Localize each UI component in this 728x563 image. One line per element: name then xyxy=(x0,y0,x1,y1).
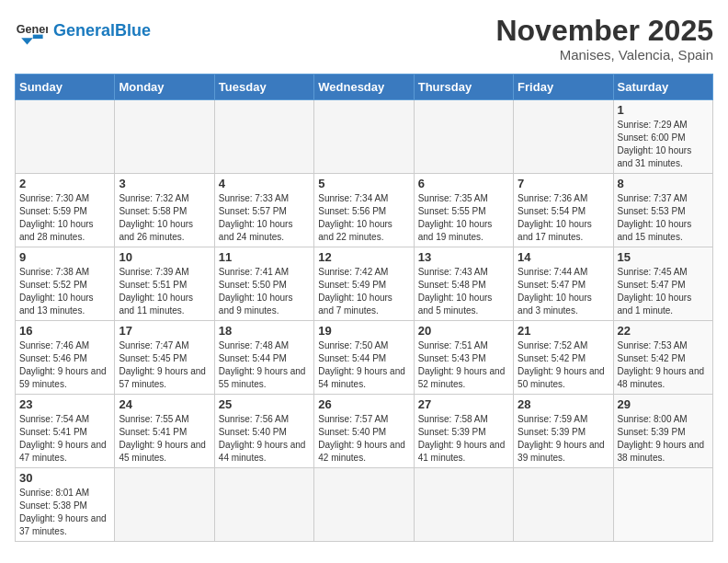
calendar-day-cell xyxy=(16,100,115,174)
day-number: 29 xyxy=(618,397,709,411)
day-number: 12 xyxy=(318,250,409,264)
day-number: 3 xyxy=(119,177,210,190)
day-info: Sunrise: 8:01 AM Sunset: 5:38 PM Dayligh… xyxy=(19,487,110,538)
calendar-day-cell: 15Sunrise: 7:45 AM Sunset: 5:47 PM Dayli… xyxy=(613,247,712,321)
calendar-day-cell: 13Sunrise: 7:43 AM Sunset: 5:48 PM Dayli… xyxy=(414,247,513,321)
calendar-week-row: 30Sunrise: 8:01 AM Sunset: 5:38 PM Dayli… xyxy=(16,468,713,542)
month-title: November 2025 xyxy=(495,15,713,47)
day-number: 26 xyxy=(318,397,409,411)
day-number: 11 xyxy=(219,250,310,264)
day-info: Sunrise: 7:39 AM Sunset: 5:51 PM Dayligh… xyxy=(119,266,210,317)
calendar: SundayMondayTuesdayWednesdayThursdayFrid… xyxy=(15,74,713,542)
calendar-day-cell: 9Sunrise: 7:38 AM Sunset: 5:52 PM Daylig… xyxy=(16,247,115,321)
calendar-day-cell: 6Sunrise: 7:35 AM Sunset: 5:55 PM Daylig… xyxy=(414,174,513,247)
day-info: Sunrise: 7:44 AM Sunset: 5:47 PM Dayligh… xyxy=(518,266,609,317)
day-info: Sunrise: 7:55 AM Sunset: 5:41 PM Dayligh… xyxy=(119,413,210,465)
calendar-day-cell: 17Sunrise: 7:47 AM Sunset: 5:45 PM Dayli… xyxy=(115,321,214,395)
calendar-day-cell: 7Sunrise: 7:36 AM Sunset: 5:54 PM Daylig… xyxy=(514,174,613,247)
day-info: Sunrise: 8:00 AM Sunset: 5:39 PM Dayligh… xyxy=(618,413,709,465)
calendar-day-cell: 2Sunrise: 7:30 AM Sunset: 5:59 PM Daylig… xyxy=(16,174,115,247)
page-header: General GeneralBlue November 2025 Manise… xyxy=(15,15,713,63)
calendar-day-cell: 4Sunrise: 7:33 AM Sunset: 5:57 PM Daylig… xyxy=(214,174,313,247)
calendar-week-row: 23Sunrise: 7:54 AM Sunset: 5:41 PM Dayli… xyxy=(16,395,713,468)
logo-text: GeneralBlue xyxy=(53,22,151,40)
calendar-day-cell: 19Sunrise: 7:50 AM Sunset: 5:44 PM Dayli… xyxy=(314,321,414,395)
calendar-header: SundayMondayTuesdayWednesdayThursdayFrid… xyxy=(16,75,713,100)
day-info: Sunrise: 7:45 AM Sunset: 5:47 PM Dayligh… xyxy=(618,266,709,317)
svg-text:General: General xyxy=(17,23,48,36)
day-of-week-header: Sunday xyxy=(16,75,115,100)
logo-icon: General xyxy=(15,15,48,48)
day-number: 28 xyxy=(518,397,609,411)
location-title: Manises, Valencia, Spain xyxy=(495,47,713,63)
day-number: 7 xyxy=(518,177,609,190)
calendar-day-cell xyxy=(214,100,313,174)
logo-blue: Blue xyxy=(115,21,151,40)
day-info: Sunrise: 7:52 AM Sunset: 5:42 PM Dayligh… xyxy=(518,339,609,391)
calendar-day-cell: 25Sunrise: 7:56 AM Sunset: 5:40 PM Dayli… xyxy=(214,395,313,468)
day-number: 6 xyxy=(418,177,509,190)
day-of-week-header: Tuesday xyxy=(214,75,313,100)
day-number: 25 xyxy=(219,397,310,411)
day-info: Sunrise: 7:59 AM Sunset: 5:39 PM Dayligh… xyxy=(518,413,609,465)
day-info: Sunrise: 7:57 AM Sunset: 5:40 PM Dayligh… xyxy=(318,413,409,465)
calendar-day-cell xyxy=(214,468,313,542)
calendar-day-cell: 28Sunrise: 7:59 AM Sunset: 5:39 PM Dayli… xyxy=(514,395,613,468)
day-number: 18 xyxy=(219,324,310,338)
calendar-day-cell: 11Sunrise: 7:41 AM Sunset: 5:50 PM Dayli… xyxy=(214,247,313,321)
day-info: Sunrise: 7:33 AM Sunset: 5:57 PM Dayligh… xyxy=(219,192,310,244)
day-number: 5 xyxy=(318,177,409,190)
day-number: 23 xyxy=(19,397,110,411)
day-info: Sunrise: 7:30 AM Sunset: 5:59 PM Dayligh… xyxy=(19,192,110,244)
day-info: Sunrise: 7:51 AM Sunset: 5:43 PM Dayligh… xyxy=(418,339,509,391)
calendar-day-cell: 1Sunrise: 7:29 AM Sunset: 6:00 PM Daylig… xyxy=(613,100,712,174)
day-info: Sunrise: 7:37 AM Sunset: 5:53 PM Dayligh… xyxy=(618,192,709,244)
calendar-day-cell: 27Sunrise: 7:58 AM Sunset: 5:39 PM Dayli… xyxy=(414,395,513,468)
calendar-day-cell: 26Sunrise: 7:57 AM Sunset: 5:40 PM Dayli… xyxy=(314,395,414,468)
day-number: 17 xyxy=(119,324,210,338)
day-info: Sunrise: 7:38 AM Sunset: 5:52 PM Dayligh… xyxy=(19,266,110,317)
day-info: Sunrise: 7:47 AM Sunset: 5:45 PM Dayligh… xyxy=(119,339,210,391)
day-number: 4 xyxy=(219,177,310,190)
day-info: Sunrise: 7:36 AM Sunset: 5:54 PM Dayligh… xyxy=(518,192,609,244)
day-number: 19 xyxy=(318,324,409,338)
calendar-day-cell: 22Sunrise: 7:53 AM Sunset: 5:42 PM Dayli… xyxy=(613,321,712,395)
calendar-day-cell xyxy=(514,468,613,542)
title-area: November 2025 Manises, Valencia, Spain xyxy=(495,15,713,63)
calendar-day-cell xyxy=(314,468,414,542)
day-of-week-header: Thursday xyxy=(414,75,513,100)
day-of-week-header: Monday xyxy=(115,75,214,100)
calendar-day-cell xyxy=(314,100,414,174)
day-info: Sunrise: 7:32 AM Sunset: 5:58 PM Dayligh… xyxy=(119,192,210,244)
day-number: 30 xyxy=(19,471,110,485)
calendar-week-row: 16Sunrise: 7:46 AM Sunset: 5:46 PM Dayli… xyxy=(16,321,713,395)
day-info: Sunrise: 7:48 AM Sunset: 5:44 PM Dayligh… xyxy=(219,339,310,391)
day-info: Sunrise: 7:58 AM Sunset: 5:39 PM Dayligh… xyxy=(418,413,509,465)
calendar-day-cell: 23Sunrise: 7:54 AM Sunset: 5:41 PM Dayli… xyxy=(16,395,115,468)
day-info: Sunrise: 7:42 AM Sunset: 5:49 PM Dayligh… xyxy=(318,266,409,317)
day-info: Sunrise: 7:54 AM Sunset: 5:41 PM Dayligh… xyxy=(19,413,110,465)
calendar-week-row: 9Sunrise: 7:38 AM Sunset: 5:52 PM Daylig… xyxy=(16,247,713,321)
calendar-day-cell xyxy=(613,468,712,542)
calendar-day-cell xyxy=(115,468,214,542)
day-number: 22 xyxy=(618,324,709,338)
calendar-day-cell: 14Sunrise: 7:44 AM Sunset: 5:47 PM Dayli… xyxy=(514,247,613,321)
calendar-day-cell: 3Sunrise: 7:32 AM Sunset: 5:58 PM Daylig… xyxy=(115,174,214,247)
day-number: 9 xyxy=(19,250,110,264)
day-info: Sunrise: 7:35 AM Sunset: 5:55 PM Dayligh… xyxy=(418,192,509,244)
day-of-week-header: Saturday xyxy=(613,75,712,100)
day-number: 13 xyxy=(418,250,509,264)
logo-general: General xyxy=(53,21,115,40)
calendar-day-cell xyxy=(414,468,513,542)
day-info: Sunrise: 7:43 AM Sunset: 5:48 PM Dayligh… xyxy=(418,266,509,317)
calendar-day-cell: 24Sunrise: 7:55 AM Sunset: 5:41 PM Dayli… xyxy=(115,395,214,468)
day-info: Sunrise: 7:56 AM Sunset: 5:40 PM Dayligh… xyxy=(219,413,310,465)
calendar-body: 1Sunrise: 7:29 AM Sunset: 6:00 PM Daylig… xyxy=(16,100,713,542)
calendar-week-row: 2Sunrise: 7:30 AM Sunset: 5:59 PM Daylig… xyxy=(16,174,713,247)
day-number: 24 xyxy=(119,397,210,411)
day-info: Sunrise: 7:46 AM Sunset: 5:46 PM Dayligh… xyxy=(19,339,110,391)
calendar-day-cell xyxy=(514,100,613,174)
day-of-week-header: Wednesday xyxy=(314,75,414,100)
calendar-day-cell: 21Sunrise: 7:52 AM Sunset: 5:42 PM Dayli… xyxy=(514,321,613,395)
logo: General GeneralBlue xyxy=(15,15,151,48)
